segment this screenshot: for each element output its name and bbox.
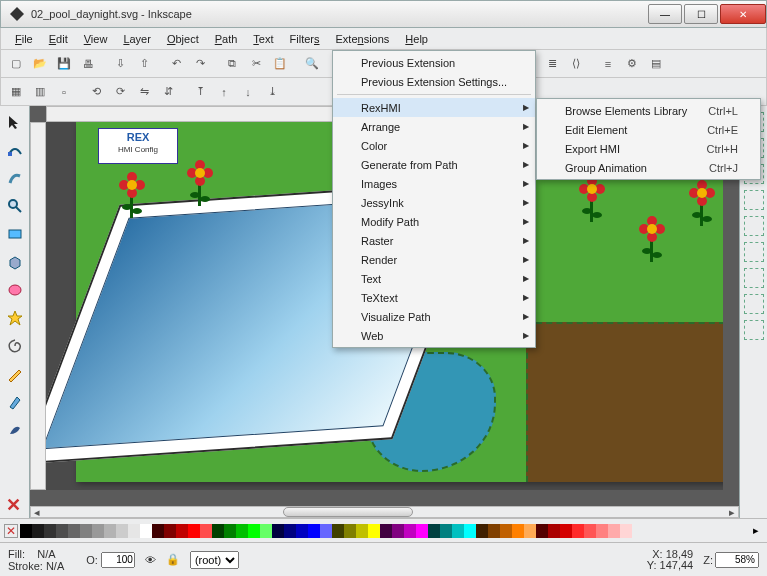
menu-layer[interactable]: Layer <box>115 31 159 47</box>
snap-grid-icon[interactable] <box>744 268 764 288</box>
menu-item-previous-extension[interactable]: Previous Extension <box>333 53 535 72</box>
palette-swatch[interactable] <box>368 524 380 538</box>
no-fill-icon[interactable]: ✕ <box>6 494 21 516</box>
paste-icon[interactable]: 📋 <box>269 53 291 75</box>
palette-swatch[interactable] <box>608 524 620 538</box>
palette-swatch[interactable] <box>224 524 236 538</box>
import-icon[interactable]: ⇩ <box>109 53 131 75</box>
palette-swatch[interactable] <box>392 524 404 538</box>
menu-item-text[interactable]: Text <box>333 269 535 288</box>
palette-swatch[interactable] <box>284 524 296 538</box>
palette-swatch[interactable] <box>536 524 548 538</box>
menu-item-images[interactable]: Images <box>333 174 535 193</box>
ellipse-tool-icon[interactable] <box>3 278 27 302</box>
undo-icon[interactable]: ↶ <box>165 53 187 75</box>
palette-swatch[interactable] <box>176 524 188 538</box>
palette-swatch[interactable] <box>452 524 464 538</box>
layer-visibility-icon[interactable]: 👁 <box>145 554 156 566</box>
snap-path-icon[interactable] <box>744 190 764 210</box>
palette-swatch[interactable] <box>116 524 128 538</box>
palette-swatch[interactable] <box>164 524 176 538</box>
open-file-icon[interactable]: 📂 <box>29 53 51 75</box>
opacity-field[interactable]: O: <box>86 552 135 568</box>
palette-swatch[interactable] <box>584 524 596 538</box>
menu-view[interactable]: View <box>76 31 116 47</box>
palette-swatch[interactable] <box>200 524 212 538</box>
menu-file[interactable]: File <box>7 31 41 47</box>
menu-item-generate-from-path[interactable]: Generate from Path <box>333 155 535 174</box>
deselect-icon[interactable]: ▫ <box>53 81 75 103</box>
layer-lock-icon[interactable]: 🔒 <box>166 553 180 566</box>
flip-h-icon[interactable]: ⇋ <box>133 81 155 103</box>
palette-swatch[interactable] <box>548 524 560 538</box>
snap-guide-icon[interactable] <box>744 294 764 314</box>
horizontal-scrollbar[interactable]: ◂ ▸ <box>30 506 739 518</box>
palette-swatch[interactable] <box>140 524 152 538</box>
rotate-ccw-icon[interactable]: ⟲ <box>85 81 107 103</box>
palette-swatch[interactable] <box>128 524 140 538</box>
cut-icon[interactable]: ✂ <box>245 53 267 75</box>
zoom-tool-icon[interactable] <box>3 194 27 218</box>
menu-item-modify-path[interactable]: Modify Path <box>333 212 535 231</box>
menu-item-jessyink[interactable]: JessyInk <box>333 193 535 212</box>
snap-page-icon[interactable] <box>744 320 764 340</box>
minimize-button[interactable]: — <box>648 4 682 24</box>
lower-bottom-icon[interactable]: ⤓ <box>261 81 283 103</box>
palette-swatch[interactable] <box>344 524 356 538</box>
menu-text[interactable]: Text <box>245 31 281 47</box>
menu-item-render[interactable]: Render <box>333 250 535 269</box>
menu-path[interactable]: Path <box>207 31 246 47</box>
flip-v-icon[interactable]: ⇵ <box>157 81 179 103</box>
submenu-group-animation[interactable]: Group AnimationCtrl+J <box>537 158 760 177</box>
prefs-icon[interactable]: ⚙ <box>621 53 643 75</box>
palette-swatch[interactable] <box>560 524 572 538</box>
fill-stroke-indicator[interactable]: Fill: N/A Stroke: N/A <box>8 548 64 572</box>
rotate-cw-icon[interactable]: ⟳ <box>109 81 131 103</box>
menu-help[interactable]: Help <box>397 31 436 47</box>
submenu-edit-element[interactable]: Edit ElementCtrl+E <box>537 120 760 139</box>
scroll-right-icon[interactable]: ▸ <box>726 506 738 519</box>
menu-item-previous-extension-settings[interactable]: Previous Extension Settings... <box>333 72 535 91</box>
menu-edit[interactable]: Edit <box>41 31 76 47</box>
menu-item-visualize-path[interactable]: Visualize Path <box>333 307 535 326</box>
menu-item-raster[interactable]: Raster <box>333 231 535 250</box>
align-dialog-icon[interactable]: ≡ <box>597 53 619 75</box>
palette-swatch[interactable] <box>104 524 116 538</box>
palette-swatch[interactable] <box>236 524 248 538</box>
palette-scroll-icon[interactable]: ▸ <box>749 524 763 537</box>
menu-item-rexhmi[interactable]: RexHMI <box>333 98 535 117</box>
spiral-tool-icon[interactable] <box>3 334 27 358</box>
menu-item-textext[interactable]: TeXtext <box>333 288 535 307</box>
print-icon[interactable]: 🖶 <box>77 53 99 75</box>
palette-swatch[interactable] <box>248 524 260 538</box>
copy-icon[interactable]: ⧉ <box>221 53 243 75</box>
palette-swatch[interactable] <box>620 524 632 538</box>
zoom-fit-icon[interactable]: 🔍 <box>301 53 323 75</box>
palette-swatch[interactable] <box>500 524 512 538</box>
calligraphy-tool-icon[interactable] <box>3 418 27 442</box>
palette-swatch[interactable] <box>80 524 92 538</box>
scroll-left-icon[interactable]: ◂ <box>31 506 43 519</box>
zoom-input[interactable] <box>715 552 759 568</box>
palette-swatch[interactable] <box>56 524 68 538</box>
menu-item-arrange[interactable]: Arrange <box>333 117 535 136</box>
redo-icon[interactable]: ↷ <box>189 53 211 75</box>
palette-swatch[interactable] <box>488 524 500 538</box>
menu-item-color[interactable]: Color <box>333 136 535 155</box>
menu-extensions[interactable]: Extensions <box>328 31 398 47</box>
submenu-browse-elements[interactable]: Browse Elements LibraryCtrl+L <box>537 101 760 120</box>
palette-swatch[interactable] <box>152 524 164 538</box>
selector-tool-icon[interactable] <box>3 110 27 134</box>
tweak-tool-icon[interactable] <box>3 166 27 190</box>
layers-dialog-icon[interactable]: ≣ <box>541 53 563 75</box>
rect-tool-icon[interactable] <box>3 222 27 246</box>
node-tool-icon[interactable] <box>3 138 27 162</box>
palette-swatch[interactable] <box>44 524 56 538</box>
palette-swatch[interactable] <box>272 524 284 538</box>
doc-props-icon[interactable]: ▤ <box>645 53 667 75</box>
palette-swatch[interactable] <box>356 524 368 538</box>
palette-swatch[interactable] <box>404 524 416 538</box>
raise-top-icon[interactable]: ⤒ <box>189 81 211 103</box>
box3d-tool-icon[interactable] <box>3 250 27 274</box>
maximize-button[interactable]: ☐ <box>684 4 718 24</box>
